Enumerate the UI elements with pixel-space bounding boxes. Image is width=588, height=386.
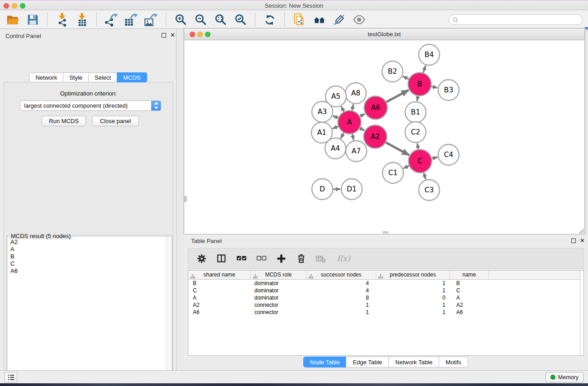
edge-C-C4[interactable]: [432, 157, 438, 158]
network-window-titlebar[interactable]: testGlobe.txt: [184, 29, 584, 40]
column-header-name[interactable]: name: [450, 271, 489, 279]
table-row[interactable]: Adominator80A: [188, 294, 583, 301]
mcds-result-item[interactable]: C: [8, 260, 165, 267]
edge-B-B1[interactable]: [417, 96, 418, 101]
export-image-button[interactable]: [143, 12, 159, 28]
tab-mcds[interactable]: MCDS: [117, 72, 147, 82]
table-row[interactable]: Bdominator41B: [188, 280, 583, 287]
mcds-result-item[interactable]: B: [8, 253, 165, 260]
column-header-predecessor-nodes[interactable]: predecessor nodes: [376, 271, 450, 279]
node-C4[interactable]: C4: [438, 144, 459, 165]
table-settings-button[interactable]: [194, 251, 209, 266]
search-input[interactable]: [461, 15, 578, 24]
node-A8[interactable]: A8: [345, 83, 366, 104]
edge-C-C2[interactable]: [417, 143, 418, 149]
edge-C-C3[interactable]: [424, 172, 426, 179]
node-A7[interactable]: A7: [346, 141, 367, 162]
memory-button[interactable]: Memory: [545, 372, 583, 382]
close-panel-icon[interactable]: ✕: [170, 32, 175, 38]
edge-A-A6[interactable]: [360, 114, 365, 116]
home-button[interactable]: [311, 12, 327, 28]
tab-select[interactable]: Select: [88, 72, 117, 82]
node-B3[interactable]: B3: [438, 80, 459, 100]
edge-B-B3[interactable]: [431, 86, 438, 88]
select-all-button[interactable]: [234, 251, 249, 266]
delete-column-button[interactable]: [293, 251, 309, 266]
zoom-out-button[interactable]: [192, 12, 209, 28]
export-table-button[interactable]: [123, 12, 139, 28]
edge-B-B2[interactable]: [403, 76, 409, 79]
split-column-button[interactable]: [214, 251, 229, 266]
node-B[interactable]: B: [408, 73, 431, 96]
close-panel-icon[interactable]: ✕: [580, 237, 585, 244]
show-panels-button[interactable]: [5, 372, 17, 382]
edge-A-A4[interactable]: [341, 133, 344, 138]
node-A[interactable]: A: [338, 111, 361, 134]
import-network-button[interactable]: [54, 12, 70, 28]
close-panel-button[interactable]: Close panel: [92, 116, 139, 126]
tab-node-table[interactable]: Node Table: [303, 357, 347, 367]
float-panel-icon[interactable]: [162, 33, 166, 38]
node-D[interactable]: D: [312, 179, 333, 200]
tab-edge-table[interactable]: Edge Table: [346, 357, 389, 367]
tab-style[interactable]: Style: [63, 72, 89, 82]
edge-A-A5[interactable]: [341, 106, 344, 111]
edge-A-A3[interactable]: [333, 116, 338, 118]
tab-motifs[interactable]: Motifs: [439, 357, 468, 367]
column-header-successor-nodes[interactable]: successor nodes: [306, 271, 376, 279]
node-C1[interactable]: C1: [382, 162, 403, 183]
mcds-result-item[interactable]: A: [8, 246, 165, 253]
apply-layout-button[interactable]: [262, 12, 278, 28]
run-mcds-button[interactable]: Run MCDS: [42, 116, 86, 126]
node-A4[interactable]: A4: [325, 138, 346, 159]
hide-annotations-button[interactable]: [331, 12, 347, 28]
network-graph[interactable]: B4B2BB3A8A5A6B1A3AC2A1A2A4A7C4CC1C3DD1: [184, 40, 584, 234]
zoom-selected-button[interactable]: [232, 12, 249, 28]
import-table-button[interactable]: [74, 12, 90, 28]
show-graphics-details-button[interactable]: [351, 12, 367, 28]
edge-A-A7[interactable]: [352, 134, 354, 140]
table-row[interactable]: A2connector11A2: [188, 301, 583, 309]
node-A2[interactable]: A2: [364, 125, 387, 148]
delete-table-button[interactable]: [313, 251, 329, 266]
node-A6[interactable]: A6: [364, 96, 387, 119]
add-column-button[interactable]: [273, 251, 289, 266]
table-row[interactable]: A6connector11A6: [188, 309, 583, 316]
result-scrollbar[interactable]: [166, 237, 172, 386]
node-B1[interactable]: B1: [405, 102, 426, 123]
save-session-button[interactable]: [24, 12, 41, 28]
deselect-all-button[interactable]: [253, 251, 269, 266]
node-D1[interactable]: D1: [341, 179, 362, 200]
node-C2[interactable]: C2: [405, 122, 426, 143]
edge-C-C1[interactable]: [403, 166, 409, 169]
node-C3[interactable]: C3: [419, 180, 440, 200]
table-row[interactable]: Cdominator41C: [188, 287, 583, 294]
vertical-scroll-thumb[interactable]: [184, 196, 187, 202]
edge-A6-B[interactable]: [386, 90, 408, 102]
node-C[interactable]: C: [409, 150, 432, 173]
open-file-button[interactable]: [5, 12, 21, 28]
mcds-result-item[interactable]: A6: [8, 267, 165, 275]
edge-A2-C[interactable]: [386, 143, 409, 155]
column-header-shared-name[interactable]: shared name: [188, 271, 251, 279]
node-A3[interactable]: A3: [312, 101, 333, 122]
node-B2[interactable]: B2: [382, 61, 403, 82]
float-panel-icon[interactable]: [571, 238, 576, 243]
function-builder-button[interactable]: f(x): [333, 251, 354, 266]
tab-network[interactable]: Network: [29, 72, 63, 82]
tab-network-table[interactable]: Network Table: [388, 357, 439, 367]
column-header-MCDS-role[interactable]: MCDS role: [251, 271, 306, 279]
table-scrollbar[interactable]: [580, 271, 583, 355]
edge-B-B4[interactable]: [423, 66, 425, 73]
export-network-button[interactable]: [103, 12, 120, 28]
zoom-in-button[interactable]: [172, 12, 189, 28]
network-canvas[interactable]: B4B2BB3A8A5A6B1A3AC2A1A2A4A7C4CC1C3DD1: [184, 40, 584, 234]
criterion-dropdown[interactable]: largest connected component (directed): [20, 100, 161, 111]
edge-A-A2[interactable]: [360, 128, 364, 131]
edge-A-A1[interactable]: [332, 126, 338, 129]
mcds-result-item[interactable]: A2: [8, 238, 165, 246]
node-B4[interactable]: B4: [419, 44, 440, 65]
zoom-fit-button[interactable]: [212, 12, 229, 28]
edge-A-A8[interactable]: [352, 104, 354, 110]
horizontal-scroll-thumb[interactable]: [382, 231, 388, 234]
